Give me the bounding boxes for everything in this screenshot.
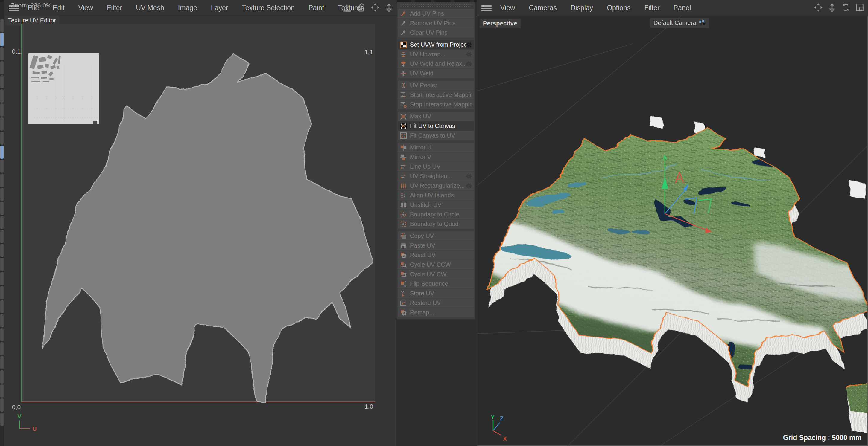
tool-strip-button-11[interactable]: [0, 174, 4, 187]
copy-icon: [400, 233, 407, 240]
uv-command-label: Copy UV: [410, 233, 472, 239]
unlock-icon[interactable]: [356, 3, 366, 12]
uv-command-remap: Remap...: [398, 308, 474, 317]
uv-command-label: Mirror V: [410, 153, 472, 161]
uv-command-set-uvw-from-projection[interactable]: Set UVW from Projection...: [398, 40, 474, 49]
move-icon[interactable]: [813, 3, 823, 12]
tool-strip-button-10[interactable]: [0, 160, 4, 173]
hamburger-menu-icon[interactable]: [482, 4, 492, 11]
vertical-scale-icon[interactable]: [827, 3, 837, 12]
uveditor-menu-uv-mesh[interactable]: UV Mesh: [129, 4, 171, 12]
tool-strip-button-20[interactable]: [0, 300, 4, 313]
remap-icon: [400, 309, 407, 316]
uv-command-paste-uv: Paste UV: [398, 241, 474, 250]
tool-strip-button-14[interactable]: [0, 216, 4, 229]
uv-command-label: Mirror U: [410, 144, 472, 151]
uveditor-menu-filter[interactable]: Filter: [100, 4, 129, 12]
viewport-menu-display[interactable]: Display: [564, 4, 600, 12]
tool-strip-button-3[interactable]: [0, 61, 4, 74]
switzerland-terrain-model[interactable]: [477, 75, 868, 430]
palette-drag-handle[interactable]: [400, 4, 472, 8]
uv-command-fit-uv-to-canvas[interactable]: Fit UV to Canvas: [398, 122, 474, 131]
uv-command-label: UV Rectangularize...: [410, 182, 466, 189]
tool-strip-button-12[interactable]: [0, 188, 4, 201]
uv-command-label: UV Peeler: [410, 82, 472, 89]
tool-strip-button-21[interactable]: [0, 314, 4, 327]
viewport-name-label[interactable]: Perspective: [479, 19, 521, 28]
tool-strip-button-1[interactable]: [0, 33, 4, 46]
viewport-menu-cameras[interactable]: Cameras: [522, 4, 563, 12]
uv-command-cycle-uv-cw: Cycle UV CW: [398, 270, 474, 279]
tool-strip-button-5[interactable]: [0, 90, 4, 103]
tool-strip-button-19[interactable]: [0, 286, 4, 299]
tool-strip-button-17[interactable]: [0, 258, 4, 271]
uv-command-label: Align UV Islands: [410, 192, 472, 199]
camera-label[interactable]: Default Camera: [650, 18, 709, 28]
left-tool-strip: [0, 2, 4, 446]
tool-strip-button-15[interactable]: [0, 230, 4, 243]
uv-command-label: Start Interactive Mapping: [410, 92, 472, 98]
viewport-menu-options[interactable]: Options: [600, 4, 637, 12]
tool-strip-button-16[interactable]: [0, 244, 4, 257]
camera-settings-icon[interactable]: [699, 20, 706, 26]
tool-strip-button-6[interactable]: [0, 103, 4, 116]
viewport-menu-filter[interactable]: Filter: [637, 4, 666, 12]
uv-command-label: Max UV: [410, 113, 472, 120]
viewport-3d[interactable]: Y Z X Perspective Default Camera Grid Sp…: [477, 15, 868, 446]
tool-strip-button-7[interactable]: [0, 117, 4, 131]
move-icon[interactable]: [370, 3, 380, 12]
pin-gray-icon: [400, 29, 407, 36]
uv-command-label: Fit UV to Canvas: [410, 123, 472, 130]
uv-command-add-uv-pins: Add UV Pins: [398, 9, 474, 18]
tool-strip-button-25[interactable]: [0, 370, 4, 383]
uveditor-menu-paint[interactable]: Paint: [302, 4, 331, 12]
tool-strip-button-26[interactable]: [0, 384, 4, 398]
x-axis-label: X: [503, 436, 507, 442]
gear-icon[interactable]: [466, 41, 472, 48]
tool-strip-button-2[interactable]: [0, 47, 4, 60]
perspective-viewport-panel: ViewCamerasDisplayOptionsFilterPanel: [477, 0, 868, 446]
circle-dots-icon: [400, 211, 407, 218]
uv-command-label: Set UVW from Projection...: [410, 41, 466, 48]
tool-strip-button-22[interactable]: [0, 328, 4, 341]
uv-command-mirror-v: Mirror V: [398, 152, 474, 162]
vertical-scale-icon[interactable]: [384, 3, 394, 12]
rotate-icon[interactable]: [841, 3, 850, 12]
tool-strip-button-13[interactable]: [0, 202, 4, 215]
uv-command-start-interactive-mapping: Start Interactive Mapping: [398, 90, 474, 100]
uv-corner-01: 0,1: [12, 48, 21, 55]
tool-strip-button-24[interactable]: [0, 356, 4, 370]
tool-strip-button-8[interactable]: [0, 132, 4, 145]
tool-strip-button-0[interactable]: [0, 19, 4, 32]
viewport-toolbar: [813, 3, 864, 12]
tool-strip-button-27[interactable]: [0, 399, 4, 412]
tool-strip-button-28[interactable]: [0, 413, 4, 426]
histogram-icon[interactable]: [343, 3, 352, 12]
uv-command-label: Add UV Pins: [410, 10, 472, 17]
uv-command-max-uv: Max UV: [398, 112, 474, 121]
uv-corner-00: 0,0: [12, 404, 21, 411]
uv-command-uv-peeler: UV Peeler: [398, 81, 474, 90]
tool-strip-button-23[interactable]: [0, 342, 4, 355]
uv-command-label: Boundary to Circle: [410, 211, 472, 218]
uv-command-label: Cycle UV CW: [410, 271, 472, 278]
uv-command-label: UV Weld: [410, 70, 472, 77]
uv-command-align-uv-islands: Align UV Islands: [398, 191, 474, 200]
uveditor-menu-view[interactable]: View: [71, 4, 100, 12]
tool-strip-button-18[interactable]: [0, 272, 4, 285]
uv-command-remove-uv-pins: Remove UV Pins: [398, 19, 474, 28]
tool-strip-button-4[interactable]: [0, 75, 4, 89]
viewport-menu-view[interactable]: View: [493, 4, 522, 12]
uv-command-mirror-u: Mirror U: [398, 143, 474, 152]
uveditor-menu-layer[interactable]: Layer: [204, 4, 235, 12]
viewport-menu-panel[interactable]: Panel: [666, 4, 698, 12]
unwrap-icon: [400, 51, 407, 58]
tool-strip-button-9[interactable]: [0, 145, 4, 159]
maximize-icon[interactable]: [855, 3, 864, 12]
uveditor-menu-texture-selection[interactable]: Texture Selection: [235, 4, 301, 12]
weldrelax-icon: [400, 60, 407, 68]
uv-command-stop-interactive-mapping: Stop Interactive Mapping: [398, 100, 474, 109]
viewport-scene: Y Z X: [477, 16, 868, 446]
uv-command-label: UV Unwrap...: [410, 51, 466, 58]
uveditor-menu-image[interactable]: Image: [171, 4, 204, 12]
